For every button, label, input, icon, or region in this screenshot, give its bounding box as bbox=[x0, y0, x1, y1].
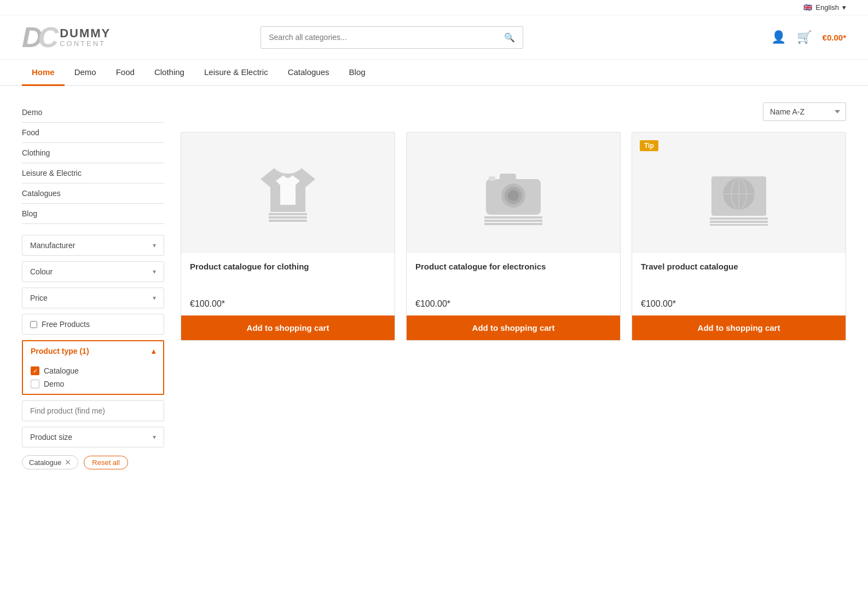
logo-text: DUMMY CONTENT bbox=[60, 27, 111, 48]
remove-catalogue-filter[interactable]: ✕ bbox=[65, 458, 71, 467]
chevron-down-icon: ▾ bbox=[153, 242, 156, 249]
product-price-travel: €100.00* bbox=[632, 299, 846, 309]
manufacturer-filter-header[interactable]: Manufacturer ▾ bbox=[22, 236, 164, 255]
nav-item-food[interactable]: Food bbox=[106, 60, 144, 86]
top-bar: 🇬🇧 English ▾ bbox=[0, 0, 868, 15]
product-type-demo[interactable]: Demo bbox=[31, 380, 155, 388]
sort-bar: Name A-Z Name Z-A Price ascending Price … bbox=[181, 102, 846, 121]
product-type-label: Product type (1) bbox=[31, 347, 89, 355]
logo[interactable]: DC DUMMY CONTENT bbox=[22, 23, 131, 51]
product-type-catalogue[interactable]: ✓ Catalogue bbox=[31, 366, 155, 375]
product-type-filter-body: ✓ Catalogue Demo bbox=[23, 361, 163, 394]
products-area: Name A-Z Name Z-A Price ascending Price … bbox=[181, 102, 846, 469]
svg-rect-11 bbox=[484, 223, 542, 225]
flag-icon: 🇬🇧 bbox=[803, 3, 812, 12]
chevron-up-icon: ▴ bbox=[152, 347, 155, 355]
colour-filter: Colour ▾ bbox=[22, 261, 164, 282]
sidebar-item-food[interactable]: Food bbox=[22, 123, 164, 143]
product-card-travel: Tip bbox=[632, 132, 846, 341]
chevron-down-icon: ▾ bbox=[153, 433, 156, 441]
product-image-clothing bbox=[181, 133, 395, 253]
camera-icon bbox=[478, 160, 549, 226]
product-type-filter-header[interactable]: Product type (1) ▴ bbox=[23, 341, 163, 361]
main-header: DC DUMMY CONTENT 🔍 👤 🛒 €0.00* bbox=[0, 15, 868, 60]
catalogue-tag-label: Catalogue bbox=[29, 458, 61, 467]
sidebar-item-demo[interactable]: Demo bbox=[22, 102, 164, 123]
product-info-clothing: Product catalogue for clothing bbox=[181, 253, 395, 299]
search-input[interactable] bbox=[261, 27, 496, 47]
product-image-travel: Tip bbox=[632, 133, 846, 253]
product-price-electronics: €100.00* bbox=[407, 299, 620, 309]
product-price-clothing: €100.00* bbox=[181, 299, 395, 309]
search-button[interactable]: 🔍 bbox=[496, 27, 523, 48]
find-product-input[interactable] bbox=[22, 400, 164, 421]
catalogue-checkbox[interactable]: ✓ bbox=[31, 366, 39, 375]
cart-icon[interactable]: 🛒 bbox=[797, 30, 812, 44]
svg-rect-0 bbox=[269, 213, 307, 215]
svg-point-6 bbox=[508, 190, 519, 201]
logo-content: CONTENT bbox=[60, 40, 111, 48]
logo-dummy: DUMMY bbox=[60, 27, 111, 40]
price-filter: Price ▾ bbox=[22, 288, 164, 308]
price-filter-header[interactable]: Price ▾ bbox=[22, 288, 164, 308]
free-products-label: Free Products bbox=[42, 320, 90, 329]
add-to-cart-clothing[interactable]: Add to shopping cart bbox=[181, 315, 395, 340]
nav-item-catalogues[interactable]: Catalogues bbox=[278, 60, 339, 86]
price-label: Price bbox=[30, 294, 48, 302]
catalogue-label: Catalogue bbox=[44, 366, 79, 375]
manufacturer-label: Manufacturer bbox=[30, 241, 75, 250]
svg-rect-20 bbox=[710, 224, 768, 226]
products-grid: Product catalogue for clothing €100.00* … bbox=[181, 132, 846, 341]
nav-item-leisure[interactable]: Leisure & Electric bbox=[194, 60, 278, 86]
nav-item-blog[interactable]: Blog bbox=[339, 60, 375, 86]
nav-item-demo[interactable]: Demo bbox=[65, 60, 106, 86]
svg-rect-8 bbox=[489, 176, 495, 181]
add-to-cart-travel[interactable]: Add to shopping cart bbox=[632, 315, 846, 340]
cart-price[interactable]: €0.00* bbox=[823, 33, 846, 42]
demo-checkbox[interactable] bbox=[31, 380, 39, 388]
catalogue-filter-tag: Catalogue ✕ bbox=[22, 455, 78, 469]
header-icons: 👤 🛒 €0.00* bbox=[771, 30, 846, 44]
chevron-down-icon: ▾ bbox=[153, 268, 156, 276]
main-nav: Home Demo Food Clothing Leisure & Electr… bbox=[0, 60, 868, 86]
tip-badge: Tip bbox=[640, 140, 658, 151]
demo-label: Demo bbox=[44, 380, 64, 388]
sidebar-item-catalogues[interactable]: Catalogues bbox=[22, 183, 164, 204]
active-filters: Catalogue ✕ Reset all bbox=[22, 455, 164, 469]
sort-select[interactable]: Name A-Z Name Z-A Price ascending Price … bbox=[763, 102, 846, 121]
product-type-filter: Product type (1) ▴ ✓ Catalogue Demo bbox=[22, 340, 164, 395]
colour-label: Colour bbox=[30, 267, 53, 276]
product-size-filter-header[interactable]: Product size ▾ bbox=[22, 427, 164, 447]
product-card-clothing: Product catalogue for clothing €100.00* … bbox=[181, 132, 395, 341]
free-products-checkbox[interactable] bbox=[30, 321, 37, 328]
colour-filter-header[interactable]: Colour ▾ bbox=[22, 262, 164, 282]
sidebar-item-blog[interactable]: Blog bbox=[22, 204, 164, 224]
free-products-filter[interactable]: Free Products bbox=[22, 314, 164, 335]
chevron-down-icon: ▾ bbox=[842, 3, 846, 12]
search-bar[interactable]: 🔍 bbox=[261, 26, 523, 49]
sidebar-item-clothing[interactable]: Clothing bbox=[22, 143, 164, 163]
page-content: Demo Food Clothing Leisure & Electric Ca… bbox=[0, 86, 868, 486]
manufacturer-filter: Manufacturer ▾ bbox=[22, 235, 164, 256]
user-icon[interactable]: 👤 bbox=[771, 30, 786, 44]
nav-item-clothing[interactable]: Clothing bbox=[144, 60, 194, 86]
product-image-electronics bbox=[407, 133, 620, 253]
language-label: English bbox=[815, 3, 839, 12]
svg-rect-2 bbox=[269, 220, 307, 222]
product-size-filter: Product size ▾ bbox=[22, 427, 164, 447]
language-selector[interactable]: 🇬🇧 English ▾ bbox=[803, 3, 846, 12]
chevron-down-icon: ▾ bbox=[153, 294, 156, 302]
add-to-cart-electronics[interactable]: Add to shopping cart bbox=[407, 315, 620, 340]
sidebar-item-leisure[interactable]: Leisure & Electric bbox=[22, 163, 164, 183]
svg-rect-9 bbox=[484, 216, 542, 219]
shirt-icon bbox=[255, 160, 321, 226]
product-name-clothing: Product catalogue for clothing bbox=[190, 262, 386, 286]
globe-icon bbox=[703, 160, 774, 226]
svg-rect-19 bbox=[710, 221, 768, 223]
nav-item-home[interactable]: Home bbox=[22, 60, 65, 86]
reset-all-button[interactable]: Reset all bbox=[84, 456, 128, 469]
svg-rect-18 bbox=[710, 217, 768, 220]
product-info-electronics: Product catalogue for electronics bbox=[407, 253, 620, 299]
svg-rect-1 bbox=[269, 216, 307, 219]
sidebar-categories: Demo Food Clothing Leisure & Electric Ca… bbox=[22, 102, 164, 224]
